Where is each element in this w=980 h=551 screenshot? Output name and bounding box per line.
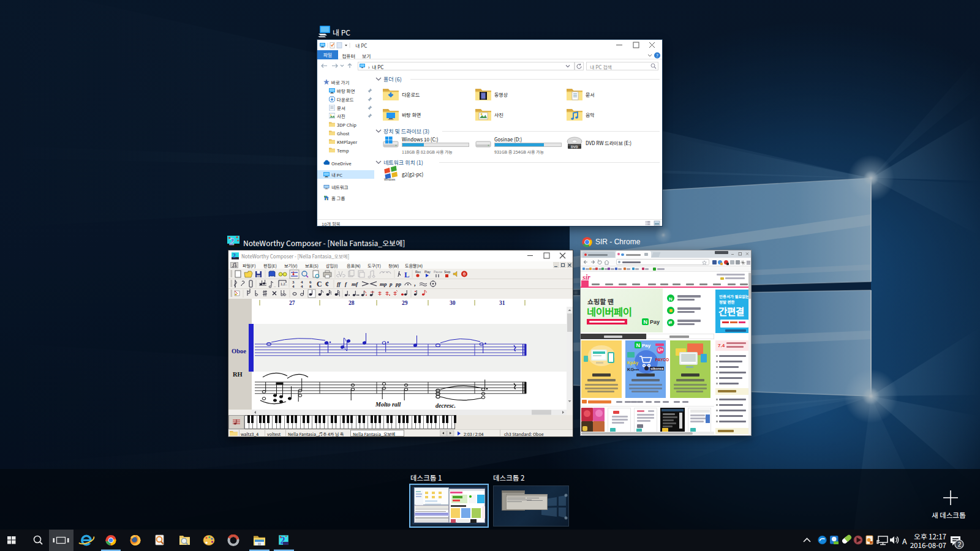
svg-text:29: 29 — [402, 300, 408, 306]
svg-text:4: 4 — [292, 284, 295, 289]
svg-text:1,2..: 1,2.. — [281, 282, 287, 286]
svg-text:2: 2 — [958, 541, 962, 548]
svg-text:Rec: Rec — [415, 270, 421, 274]
svg-text:Molto rall: Molto rall — [375, 401, 401, 408]
svg-text:Windows: Windows — [384, 178, 396, 181]
svg-text:31: 31 — [499, 300, 505, 306]
svg-text:pp: pp — [395, 281, 402, 287]
svg-text:4: 4 — [301, 284, 303, 289]
svg-text:p: p — [389, 281, 393, 287]
svg-text:27: 27 — [289, 300, 295, 306]
svg-text:30: 30 — [450, 300, 456, 306]
svg-text:¢: ¢ — [325, 280, 329, 288]
svg-text:L: L — [404, 270, 410, 279]
svg-text:8: 8 — [309, 284, 312, 289]
svg-text:28: 28 — [349, 300, 355, 306]
svg-text:decresc.: decresc. — [435, 402, 456, 409]
svg-text:C: C — [317, 280, 322, 288]
svg-text:mf: mf — [352, 281, 358, 287]
svg-text:Pause: Pause — [434, 270, 442, 274]
svg-text:Play: Play — [424, 270, 431, 274]
svg-text:mp: mp — [380, 281, 387, 287]
svg-text:ff: ff — [337, 281, 341, 287]
svg-text:DVD: DVD — [571, 145, 578, 149]
svg-text:Stop: Stop — [444, 270, 451, 274]
svg-text:..: .. — [274, 284, 276, 288]
svg-text:2: 2 — [233, 252, 236, 259]
svg-text:RH: RH — [233, 371, 243, 378]
svg-text:Oboe: Oboe — [232, 348, 246, 354]
